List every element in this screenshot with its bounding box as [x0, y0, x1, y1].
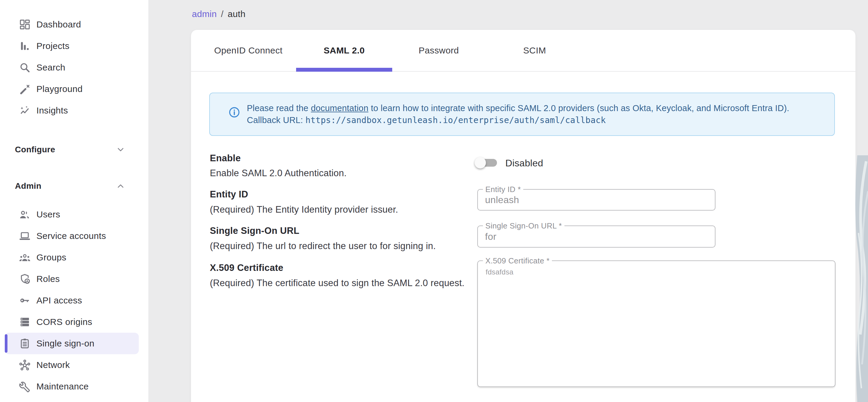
toggle-knob [474, 157, 486, 168]
search-icon [19, 61, 31, 74]
breadcrumb-link-admin[interactable]: admin [192, 9, 217, 19]
entity-id-title: Entity ID [210, 189, 248, 200]
sidebar-item-label: Groups [36, 252, 66, 262]
sidebar-item-groups[interactable]: Groups [5, 247, 139, 268]
callback-url-label: Callback URL: [247, 115, 305, 125]
info-alert-text: Please read the documentation to learn h… [247, 102, 789, 135]
tab-saml[interactable]: SAML 2.0 [296, 30, 392, 71]
sidebar-item-label: Search [36, 62, 65, 73]
wrench-icon [19, 380, 31, 393]
certificate-title: X.509 Certificate [210, 262, 283, 273]
playground-icon [19, 83, 31, 95]
laptop-icon [19, 230, 31, 242]
sidebar-item-maintenance[interactable]: Maintenance [5, 376, 139, 397]
sidebar-item-label: API access [36, 295, 82, 306]
breadcrumb-separator: / [221, 9, 223, 19]
groups-icon [19, 252, 31, 263]
breadcrumb: admin/auth [192, 9, 245, 19]
dashboard-icon [19, 19, 31, 30]
section-label: Admin [15, 181, 41, 191]
background-swirl-art [854, 155, 868, 402]
key-icon [19, 294, 31, 307]
entity-id-field: Entity ID * [477, 189, 715, 210]
certificate-field: X.509 Certificate * fdsafdsa [477, 260, 835, 387]
tab-scim[interactable]: SCIM [485, 30, 584, 71]
sidebar-item-search[interactable]: Search [5, 57, 139, 78]
alert-text: to learn how to integrate with specific … [368, 103, 789, 113]
hub-icon [19, 359, 31, 371]
sidebar-item-single-sign-on[interactable]: Single sign-on [5, 333, 139, 354]
sidebar-item-label: Dashboard [36, 20, 81, 30]
chevron-down-icon [115, 144, 126, 155]
sidebar-section-configure[interactable]: Configure [0, 141, 148, 158]
clipboard-icon [19, 338, 31, 349]
sidebar-item-label: Maintenance [36, 381, 89, 392]
sidebar-item-service-accounts[interactable]: Service accounts [5, 225, 139, 247]
shield-person-icon [19, 273, 31, 285]
certificate-description: (Required) The certificate used to sign … [210, 276, 472, 290]
sidebar-item-cors-origins[interactable]: CORS origins [5, 311, 139, 333]
sidebar-item-roles[interactable]: Roles [5, 268, 139, 290]
sso-url-description: (Required) The url to redirect the user … [210, 239, 472, 253]
sidebar-item-label: CORS origins [36, 317, 92, 327]
sso-url-field-label: Single Sign-On URL * [483, 221, 564, 231]
certificate-textarea[interactable]: fdsafdsa [478, 261, 835, 386]
tab-password[interactable]: Password [392, 30, 485, 71]
enable-description: Enable SAML 2.0 Authentication. [210, 166, 472, 180]
insights-icon [19, 105, 31, 116]
sidebar-item-label: Service accounts [36, 231, 106, 241]
sidebar-item-label: Network [36, 360, 70, 370]
sidebar-item-users[interactable]: Users [5, 204, 139, 225]
sidebar-item-label: Insights [36, 106, 68, 116]
entity-id-description: (Required) The Entity Identity provider … [210, 203, 472, 216]
alert-text: Please read the [247, 103, 311, 113]
info-alert-line2: Callback URL: https://sandbox.getunleash… [247, 114, 789, 126]
sidebar-item-label: Projects [36, 41, 69, 51]
documentation-link[interactable]: documentation [311, 103, 368, 113]
enable-title: Enable [210, 153, 241, 164]
sidebar-item-label: Playground [36, 84, 83, 94]
sidebar-item-label: Users [36, 209, 60, 220]
toggle-state-label: Disabled [505, 158, 543, 169]
breadcrumb-current: auth [228, 9, 246, 19]
server-stack-icon [19, 316, 31, 328]
sidebar-item-label: Single sign-on [36, 338, 94, 348]
sidebar-admin-group: Users Service accounts Gr [0, 204, 148, 397]
main-content: admin/auth OpenID Connect SAML 2.0 Passw… [148, 0, 868, 402]
sidebar-item-insights[interactable]: Insights [5, 100, 139, 121]
sidebar-item-api-access[interactable]: API access [5, 290, 139, 311]
auth-settings-card: OpenID Connect SAML 2.0 Password SCIM Pl… [191, 30, 856, 402]
sidebar: Dashboard Projects Search Playground [0, 0, 148, 402]
enable-toggle[interactable] [474, 151, 498, 175]
sidebar-item-projects[interactable]: Projects [5, 35, 139, 57]
sidebar-item-network[interactable]: Network [5, 354, 139, 376]
chevron-up-icon [115, 181, 126, 192]
auth-tabbar: OpenID Connect SAML 2.0 Password SCIM [191, 30, 856, 72]
sso-url-title: Single Sign-On URL [210, 226, 299, 236]
sso-url-field: Single Sign-On URL * [477, 226, 715, 248]
sidebar-item-dashboard[interactable]: Dashboard [5, 14, 139, 35]
info-alert-line1: Please read the documentation to learn h… [247, 102, 789, 114]
sidebar-section-admin[interactable]: Admin [0, 178, 148, 195]
users-icon [19, 208, 31, 221]
projects-icon [19, 40, 31, 52]
section-label: Configure [15, 145, 55, 154]
info-alert: Please read the documentation to learn h… [209, 93, 835, 136]
entity-id-field-label: Entity ID * [483, 185, 523, 194]
tab-openid-connect[interactable]: OpenID Connect [200, 30, 296, 71]
info-icon [228, 106, 240, 118]
certificate-field-label: X.509 Certificate * [483, 256, 552, 265]
callback-url-value: https://sandbox.getunleash.io/enterprise… [305, 115, 606, 125]
sidebar-item-label: Roles [36, 274, 60, 284]
sidebar-item-playground[interactable]: Playground [5, 78, 139, 100]
